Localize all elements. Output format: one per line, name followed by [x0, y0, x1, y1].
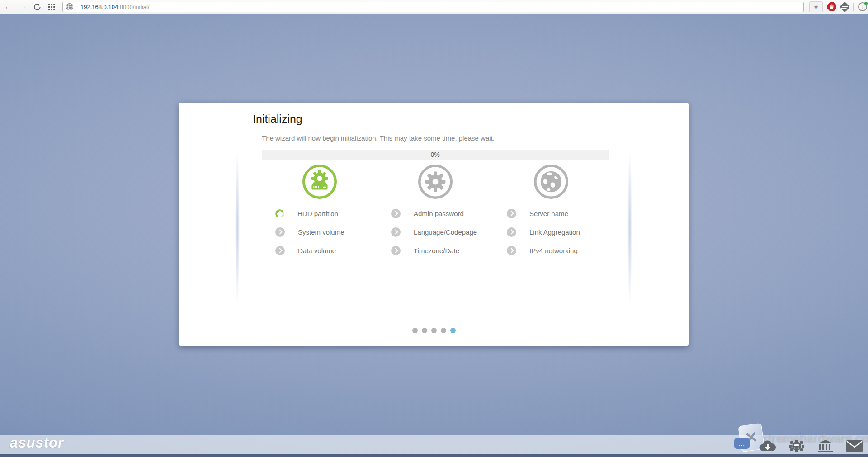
pager-dot[interactable]	[422, 328, 427, 333]
nas-init-page: Initializing The wizard will now begin i…	[0, 14, 868, 457]
step-label: HDD partition	[297, 210, 338, 217]
chevron-right-icon	[391, 246, 401, 255]
xtremehardware-watermark: xtremehardware.com ✕ ...	[731, 424, 863, 455]
step-timezone-date: Timezone/Date	[377, 241, 493, 260]
feedly-button[interactable]	[839, 1, 850, 12]
download-manager-button[interactable]: ↓	[858, 2, 867, 11]
step-data-volume: Data volume	[262, 241, 377, 260]
hand-icon	[829, 4, 835, 9]
pager-dot[interactable]	[431, 328, 437, 333]
reload-icon	[34, 4, 41, 10]
pager-dot[interactable]	[441, 328, 446, 333]
bank-icon	[818, 440, 833, 452]
adblock-button[interactable]	[827, 2, 836, 11]
url-path: :8000/initial/	[118, 4, 149, 10]
step-label: Server name	[529, 210, 568, 217]
hdd-gear-icon	[302, 164, 338, 200]
bubble-dots: ...	[739, 440, 745, 447]
chevron-right-icon	[391, 227, 401, 237]
step-label: Language/Codepage	[414, 228, 477, 236]
wizard-steps-grid: HDD partition Admin password Server name…	[262, 204, 609, 260]
initialization-card: Initializing The wizard will now begin i…	[179, 103, 689, 346]
step-label: System volume	[298, 228, 344, 236]
spinner-icon	[275, 209, 284, 218]
globe-favicon-icon	[66, 3, 73, 10]
browser-toolbar: ← → 192.168.0.104:8000/initial/	[0, 0, 868, 14]
reload-button[interactable]	[31, 1, 43, 13]
step-hdd-partition: HDD partition	[262, 204, 377, 223]
apps-grid-icon	[48, 4, 55, 10]
step-label: Admin password	[414, 210, 464, 217]
status-dot	[864, 2, 868, 5]
page-title: Initializing	[253, 113, 302, 126]
watermark-icon-row	[760, 440, 863, 452]
step-server-name: Server name	[493, 204, 609, 223]
wizard-subtitle: The wizard will now begin initialization…	[262, 134, 495, 142]
step-label: IPv4 networking	[529, 247, 578, 254]
globe-icon	[533, 164, 569, 200]
chevron-right-icon	[275, 227, 285, 237]
toolbar-separator	[853, 3, 854, 11]
chevron-right-icon	[507, 246, 516, 255]
chevron-right-icon	[507, 227, 516, 237]
progress-percent: 0%	[262, 150, 609, 160]
down-arrow-icon: ↓	[861, 4, 864, 10]
gear-icon	[417, 164, 453, 200]
step-language-codepage: Language/Codepage	[377, 223, 493, 241]
back-button[interactable]: ←	[2, 1, 14, 13]
step-ipv4-networking: IPv4 networking	[493, 241, 609, 260]
page-favicon	[63, 2, 76, 12]
wizard-pager-dots[interactable]	[412, 328, 456, 333]
heart-icon: ♥	[814, 4, 818, 10]
asustor-logo: asustor	[10, 435, 64, 451]
envelope-icon	[846, 440, 863, 452]
step-label: Link Aggregation	[529, 228, 580, 236]
panel-edge-glow-left	[234, 131, 241, 325]
progress-bar: 0%	[262, 150, 609, 160]
step-label: Data volume	[298, 247, 336, 254]
url-text[interactable]: 192.168.0.104:8000/initial/	[80, 4, 150, 10]
chevron-right-icon	[507, 209, 516, 218]
step-system-volume: System volume	[262, 223, 377, 241]
bookmark-heart-button[interactable]: ♥	[809, 1, 823, 12]
chevron-right-icon	[275, 246, 285, 255]
chevron-right-icon	[391, 209, 401, 218]
forward-button[interactable]: →	[16, 1, 29, 13]
toolbar-extensions: ♥ ↓	[809, 1, 867, 12]
address-bar[interactable]: 192.168.0.104:8000/initial/	[62, 2, 804, 12]
category-icons-row	[262, 164, 609, 200]
speech-bubble-icon: ...	[734, 438, 750, 449]
step-admin-password: Admin password	[377, 204, 493, 223]
cloud-download-icon	[760, 440, 776, 452]
pager-dot[interactable]	[412, 328, 418, 333]
panel-edge-glow-right	[627, 131, 633, 325]
url-host: 192.168.0.104	[80, 4, 118, 10]
step-link-aggregation: Link Aggregation	[493, 223, 609, 241]
robot-gear-icon	[789, 440, 804, 452]
step-label: Timezone/Date	[414, 247, 459, 254]
apps-button[interactable]	[45, 1, 58, 13]
pager-dot-active[interactable]	[450, 328, 456, 333]
